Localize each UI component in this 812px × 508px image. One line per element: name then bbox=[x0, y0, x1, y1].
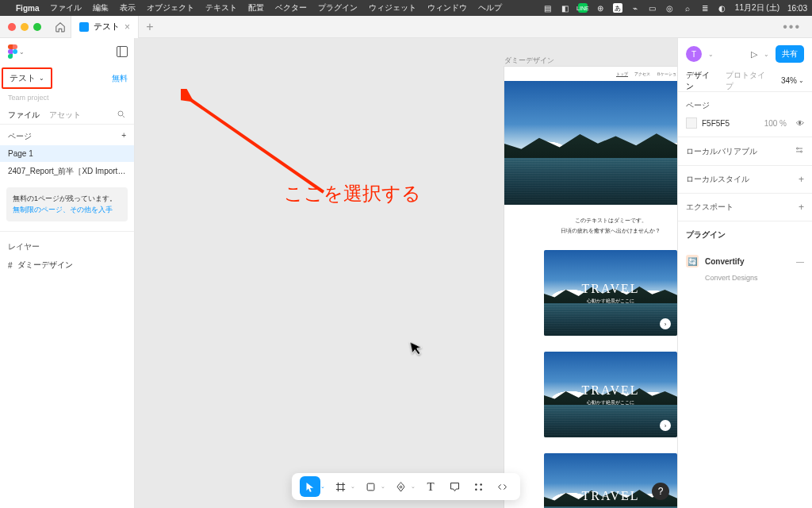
help-button[interactable]: ? bbox=[652, 483, 669, 500]
menu-text[interactable]: テキスト bbox=[205, 2, 237, 13]
svg-point-1 bbox=[118, 111, 123, 116]
tab-assets[interactable]: アセット bbox=[49, 110, 81, 121]
app-name[interactable]: Figma bbox=[16, 4, 39, 13]
zoom-icon[interactable] bbox=[33, 23, 41, 31]
figma-logo-icon[interactable] bbox=[6, 45, 19, 58]
tab-design[interactable]: デザイン bbox=[686, 70, 716, 92]
travel-card: TRAVEL心動かす絶景がここに › bbox=[544, 250, 677, 336]
comment-tool[interactable] bbox=[444, 476, 465, 497]
user-avatar[interactable]: T bbox=[686, 46, 702, 62]
panel-toggle-icon[interactable] bbox=[117, 46, 128, 57]
menu-help[interactable]: ヘルプ bbox=[478, 2, 502, 13]
window-controls[interactable] bbox=[0, 23, 49, 31]
page-item[interactable]: Page 1 bbox=[0, 145, 134, 162]
zoom-control[interactable]: 34%⌄ bbox=[781, 76, 804, 85]
search-icon[interactable] bbox=[117, 110, 126, 121]
frame-title[interactable]: ダミーデザイン bbox=[504, 56, 554, 66]
dev-mode-toggle[interactable] bbox=[492, 476, 512, 497]
text-tool[interactable]: T bbox=[420, 476, 441, 497]
move-tool[interactable] bbox=[300, 476, 320, 497]
status-icon[interactable]: ▤ bbox=[543, 3, 553, 13]
status-ime-icon[interactable]: あ bbox=[613, 3, 622, 13]
artboard[interactable]: トップ アクセス ロケーション お問い合わせ このテキストはダミーです。 日頃の… bbox=[504, 67, 677, 508]
frame-tool[interactable] bbox=[330, 476, 350, 497]
app-menu-icon[interactable]: ••• bbox=[772, 20, 812, 34]
wifi-icon[interactable]: ◎ bbox=[665, 3, 675, 13]
upgrade-link[interactable]: 無制限のページ、その他を入手 bbox=[13, 206, 113, 214]
pen-tool[interactable] bbox=[390, 476, 411, 497]
nav-item: トップ bbox=[616, 71, 628, 76]
figma-file-icon bbox=[79, 22, 89, 32]
menu-file[interactable]: ファイル bbox=[50, 2, 82, 13]
menubar-time[interactable]: 16:03 bbox=[787, 4, 807, 13]
chevron-down-icon[interactable]: ⌄ bbox=[764, 51, 769, 58]
menu-vector[interactable]: ベクター bbox=[275, 2, 307, 13]
plugin-item[interactable]: 🔄 Convertify — bbox=[678, 248, 812, 274]
layer-row[interactable]: # ダミーデザイン bbox=[0, 256, 134, 275]
file-tab[interactable]: テスト × bbox=[71, 16, 139, 38]
add-page-button[interactable]: + bbox=[121, 131, 126, 142]
background-color-row[interactable]: F5F5F5 100 % 👁 bbox=[686, 117, 804, 129]
color-swatch[interactable] bbox=[686, 117, 697, 129]
chevron-down-icon: ⌄ bbox=[39, 75, 44, 82]
local-styles-row[interactable]: ローカルスタイル+ bbox=[678, 166, 812, 194]
plus-icon[interactable]: + bbox=[799, 174, 804, 185]
actions-tool[interactable] bbox=[468, 476, 488, 497]
battery-icon[interactable]: ▭ bbox=[648, 3, 657, 13]
menu-edit[interactable]: 編集 bbox=[93, 2, 109, 13]
frame-icon: # bbox=[8, 261, 13, 270]
chevron-down-icon[interactable]: ⌄ bbox=[708, 51, 714, 58]
svg-point-8 bbox=[480, 488, 482, 491]
menu-view[interactable]: 表示 bbox=[120, 2, 136, 13]
status-icon[interactable]: ◧ bbox=[561, 3, 570, 13]
layers-label: レイヤー bbox=[8, 241, 40, 252]
home-button[interactable] bbox=[49, 16, 71, 38]
minus-icon[interactable]: — bbox=[796, 257, 804, 266]
siri-icon[interactable]: ◐ bbox=[718, 3, 727, 13]
menu-plugin[interactable]: プラグイン bbox=[318, 2, 358, 13]
minimize-icon[interactable] bbox=[21, 23, 29, 31]
plan-badge[interactable]: 無料 bbox=[112, 73, 128, 84]
menu-widget[interactable]: ウィジェット bbox=[369, 2, 416, 13]
svg-point-0 bbox=[13, 49, 17, 54]
plus-icon[interactable]: + bbox=[799, 202, 804, 213]
search-icon[interactable]: ⌕ bbox=[683, 3, 692, 13]
hero-image bbox=[504, 81, 677, 205]
local-variables-row[interactable]: ローカルバリアブル bbox=[678, 137, 812, 166]
tab-file[interactable]: ファイル bbox=[8, 110, 40, 121]
svg-rect-3 bbox=[367, 483, 374, 491]
menu-arrange[interactable]: 配置 bbox=[248, 2, 264, 13]
control-center-icon[interactable]: ≣ bbox=[700, 3, 710, 13]
menu-window[interactable]: ウィンドウ bbox=[427, 2, 467, 13]
color-hex[interactable]: F5F5F5 bbox=[702, 119, 730, 128]
team-line: Team project bbox=[0, 94, 134, 105]
share-button[interactable]: 共有 bbox=[776, 45, 804, 63]
svg-point-9 bbox=[797, 148, 799, 149]
status-line-icon[interactable]: LINE bbox=[578, 3, 588, 13]
chevron-down-icon[interactable]: ⌄ bbox=[381, 483, 385, 490]
travel-card: TRAVEL心動かす絶景がここに › bbox=[544, 352, 677, 437]
shape-tool[interactable] bbox=[360, 476, 381, 497]
bluetooth-icon[interactable]: ⌁ bbox=[630, 3, 640, 13]
close-icon[interactable] bbox=[8, 23, 16, 31]
status-icon[interactable]: ⊕ bbox=[596, 3, 605, 13]
close-tab-icon[interactable]: × bbox=[124, 21, 130, 33]
export-row[interactable]: エクスポート+ bbox=[678, 194, 812, 221]
page-item[interactable]: 2407_Report_前半［XD Import］(30-Ju… bbox=[0, 162, 134, 181]
tab-prototype[interactable]: プロトタイプ bbox=[726, 70, 772, 92]
project-dropdown[interactable]: テスト ⌄ bbox=[2, 67, 52, 89]
present-button[interactable]: ▷ bbox=[751, 49, 757, 60]
svg-point-7 bbox=[475, 488, 477, 491]
canvas[interactable]: ここを選択する ダミーデザイン トップ アクセス ロケーション お問い合わせ こ… bbox=[135, 38, 677, 508]
menu-object[interactable]: オブジェクト bbox=[147, 2, 194, 13]
left-panel: ⌄ テスト ⌄ 無料 Team project ファイル アセット ページ + … bbox=[0, 38, 135, 508]
chevron-down-icon[interactable]: ⌄ bbox=[350, 483, 355, 490]
settings-icon[interactable] bbox=[795, 145, 804, 157]
chevron-down-icon[interactable]: ⌄ bbox=[320, 483, 325, 490]
menubar-date[interactable]: 11月2日 (土) bbox=[735, 2, 779, 13]
chevron-down-icon[interactable]: ⌄ bbox=[411, 483, 416, 490]
upgrade-banner: 無料の1ページが残っています。 無制限のページ、その他を入手 bbox=[6, 187, 128, 221]
new-tab-button[interactable]: + bbox=[139, 20, 161, 34]
chevron-down-icon[interactable]: ⌄ bbox=[19, 48, 25, 56]
visibility-icon[interactable]: 👁 bbox=[796, 119, 804, 128]
